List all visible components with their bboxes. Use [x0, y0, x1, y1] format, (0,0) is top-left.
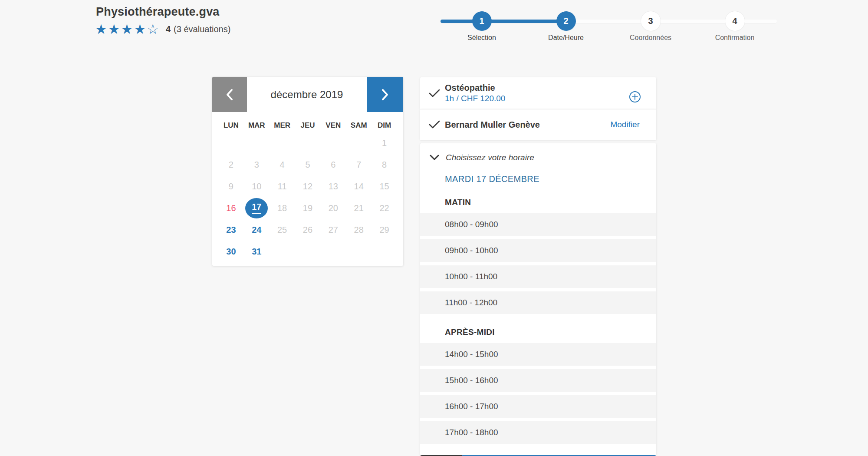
- progress-stepper: 1 Sélection 2 Date/Heure 3 Coordonnées 4…: [441, 3, 777, 45]
- add-service-button[interactable]: [629, 91, 641, 105]
- time-slot[interactable]: 09h00 - 10h00: [420, 239, 656, 262]
- prev-month-button[interactable]: [212, 77, 247, 112]
- page-title: Physiothérapeute.gva: [96, 5, 220, 19]
- calendar-day: 22: [372, 197, 397, 219]
- calendar-day: [320, 132, 346, 154]
- calendar-day: 5: [295, 154, 321, 175]
- calendar-day: 11: [270, 175, 295, 197]
- weekday-label: VEN: [320, 119, 346, 132]
- step-confirmation-circle: 4: [725, 11, 745, 31]
- rating-count: (3 évaluations): [174, 24, 230, 34]
- step-date-heure-circle[interactable]: 2: [556, 11, 576, 31]
- service-details: 1h / CHF 120.00: [445, 93, 505, 104]
- service-info: Ostéopathie 1h / CHF 120.00: [445, 83, 505, 104]
- step-coordonnees-label: Coordonnées: [620, 34, 681, 42]
- calendar-day: 2: [218, 154, 244, 175]
- modify-provider-link[interactable]: Modifier: [610, 120, 640, 129]
- step-coordonnees-circle: 3: [641, 11, 661, 31]
- time-slot[interactable]: 14h00 - 15h00: [420, 343, 656, 366]
- calendar-day: [346, 132, 372, 154]
- calendar-day: 10: [244, 175, 270, 197]
- calendar-day: 14: [346, 175, 372, 197]
- calendar-day: 18: [270, 197, 295, 219]
- calendar-day-today[interactable]: 16: [218, 197, 244, 219]
- calendar-day: [346, 241, 372, 262]
- calendar-day: 25: [270, 219, 295, 241]
- calendar-day: [372, 241, 397, 262]
- calendar-day: 15: [372, 175, 397, 197]
- weekday-label: SAM: [346, 119, 372, 132]
- calendar-day-selected: 17: [244, 197, 270, 219]
- check-icon: [429, 120, 440, 129]
- rating-value: 4: [166, 24, 171, 34]
- provider-card: Bernard Muller Genève Modifier: [420, 109, 656, 140]
- service-name: Ostéopathie: [445, 83, 505, 93]
- section-title-matin: MATIN: [445, 198, 656, 207]
- selected-day-bubble[interactable]: 17: [245, 198, 268, 218]
- calendar-day-grid: 1 2 3 4 5 6 7 8 9 10 11 12 13 14 15 16 1…: [212, 132, 403, 262]
- calendar-day: [295, 241, 321, 262]
- calendar-day: 28: [346, 219, 372, 241]
- step-selection: 1 Sélection: [451, 3, 512, 42]
- step-date-heure: 2 Date/Heure: [536, 3, 596, 42]
- star-rating-icons: ★★★★☆: [95, 23, 160, 36]
- schedule-card: Choisissez votre horaire MARDI 17 DÉCEMB…: [420, 143, 656, 455]
- chevron-down-icon[interactable]: [430, 155, 439, 161]
- weekday-label: JEU: [295, 119, 321, 132]
- calendar-day: 4: [270, 154, 295, 175]
- chevron-left-icon: [225, 88, 234, 101]
- calendar-day: 6: [320, 154, 346, 175]
- calendar-header: décembre 2019: [212, 77, 403, 112]
- calendar-day: [320, 241, 346, 262]
- star-filled-icon: ★: [134, 22, 147, 37]
- calendar-day-available[interactable]: 24: [244, 219, 270, 241]
- schedule-prompt-row: Choisissez votre horaire: [420, 153, 656, 162]
- booking-panel: Ostéopathie 1h / CHF 120.00 Bernard Mull…: [420, 77, 656, 456]
- step-selection-circle[interactable]: 1: [472, 11, 492, 31]
- calendar-day: 26: [295, 219, 321, 241]
- step-confirmation-label: Confirmation: [704, 34, 765, 42]
- rating: ★★★★☆ 4 (3 évaluations): [95, 23, 230, 36]
- step-date-heure-label: Date/Heure: [536, 34, 596, 42]
- calendar-day: [270, 132, 295, 154]
- section-title-apres-midi: APRÈS-MIDI: [445, 327, 656, 337]
- service-card: Ostéopathie 1h / CHF 120.00: [420, 77, 656, 109]
- calendar-weekday-row: LUN MAR MER JEU VEN SAM DIM: [212, 119, 403, 132]
- star-filled-icon: ★: [108, 22, 121, 37]
- calendar-day: 29: [372, 219, 397, 241]
- calendar-day: [295, 132, 321, 154]
- calendar-day: [244, 132, 270, 154]
- time-slot[interactable]: 10h00 - 11h00: [420, 265, 656, 288]
- time-slot[interactable]: 11h00 - 12h00: [420, 291, 656, 314]
- weekday-label: LUN: [218, 119, 244, 132]
- time-slot[interactable]: 15h00 - 16h00: [420, 369, 656, 392]
- calendar-day-available[interactable]: 30: [218, 241, 244, 262]
- calendar-day: [218, 132, 244, 154]
- calendar-day-available[interactable]: 31: [244, 241, 270, 262]
- calendar-day: 8: [372, 154, 397, 175]
- time-slot[interactable]: 17h00 - 18h00: [420, 421, 656, 444]
- calendar-month-label: décembre 2019: [247, 77, 367, 112]
- next-month-button[interactable]: [367, 77, 403, 112]
- time-slot[interactable]: 08h00 - 09h00: [420, 213, 656, 236]
- star-empty-icon: ☆: [147, 22, 160, 37]
- calendar-day: 3: [244, 154, 270, 175]
- calendar-day: 20: [320, 197, 346, 219]
- calendar: décembre 2019 LUN MAR MER JEU VEN SAM DI…: [212, 77, 403, 266]
- step-confirmation: 4 Confirmation: [704, 3, 765, 42]
- step-selection-label: Sélection: [451, 34, 512, 42]
- weekday-label: DIM: [372, 119, 397, 132]
- chevron-right-icon: [381, 88, 389, 101]
- calendar-day: 27: [320, 219, 346, 241]
- provider-name: Bernard Muller Genève: [445, 119, 540, 130]
- calendar-day: 9: [218, 175, 244, 197]
- calendar-day: 13: [320, 175, 346, 197]
- selected-date-label: MARDI 17 DÉCEMBRE: [445, 174, 656, 184]
- calendar-day: 21: [346, 197, 372, 219]
- star-filled-icon: ★: [121, 22, 134, 37]
- check-icon: [429, 89, 440, 98]
- calendar-day: 1: [372, 132, 397, 154]
- time-slot[interactable]: 16h00 - 17h00: [420, 395, 656, 418]
- calendar-day: 19: [295, 197, 321, 219]
- calendar-day-available[interactable]: 23: [218, 219, 244, 241]
